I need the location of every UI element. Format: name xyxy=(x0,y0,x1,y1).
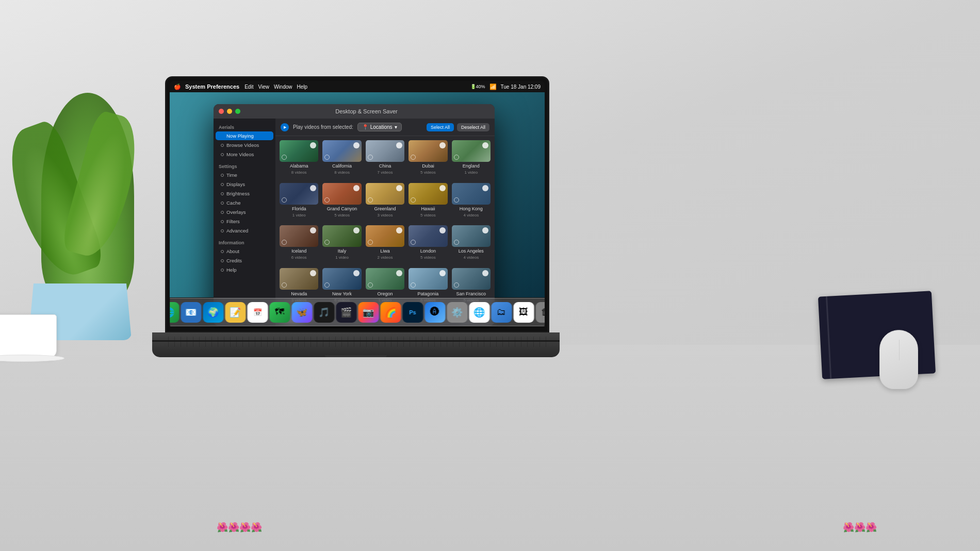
dock-icon-settings[interactable]: ⚙️ xyxy=(447,302,467,323)
sidebar-label-browse: Browse Videos xyxy=(226,142,259,148)
dock-icon-trash[interactable]: 🗑 xyxy=(535,302,545,323)
select-checkbox[interactable] xyxy=(368,155,373,160)
sidebar-item-cache[interactable]: Cache xyxy=(216,198,273,207)
maximize-button[interactable] xyxy=(235,109,240,114)
video-tile-grand-canyon[interactable]: Grand Canyon 5 videos xyxy=(322,183,361,222)
app-name: System Preferences xyxy=(185,84,239,90)
locations-label: Locations xyxy=(370,124,393,130)
dock-icon-chrome[interactable]: 🌐 xyxy=(469,302,489,323)
select-checkbox[interactable] xyxy=(454,155,459,160)
select-checkbox[interactable] xyxy=(368,282,373,288)
video-tile-greenland[interactable]: Greenland 3 videos xyxy=(366,183,404,222)
video-tile-london[interactable]: London 5 videos xyxy=(409,225,447,264)
video-tile-los-angeles[interactable]: Los Angeles 4 videos xyxy=(452,225,491,264)
plant-decoration xyxy=(0,93,165,340)
sidebar-label-now-playing: Now Playing xyxy=(226,133,254,139)
video-tile-florida[interactable]: Florida 1 video xyxy=(280,183,318,222)
video-tile-california[interactable]: California 8 videos xyxy=(322,140,361,179)
select-checkbox[interactable] xyxy=(282,197,287,203)
sidebar-item-displays[interactable]: Displays xyxy=(216,180,273,189)
sidebar-item-brightness[interactable]: Brightness xyxy=(216,189,273,198)
dock-icon-butterfly[interactable]: 🦋 xyxy=(291,302,312,323)
sidebar-item-advanced[interactable]: Advanced xyxy=(216,226,273,235)
dock-icon-ps[interactable]: Ps xyxy=(402,302,423,323)
sidebar-item-credits[interactable]: Credits xyxy=(216,256,273,265)
sidebar-dot xyxy=(221,144,224,147)
edit-menu[interactable]: Edit xyxy=(244,84,253,90)
sidebar-dot xyxy=(221,174,224,177)
select-checkbox[interactable] xyxy=(411,282,416,288)
select-checkbox[interactable] xyxy=(454,197,459,203)
select-checkbox[interactable] xyxy=(368,197,373,203)
select-all-button[interactable]: Select All xyxy=(427,123,454,131)
video-thumb xyxy=(452,183,491,205)
select-checkbox[interactable] xyxy=(454,282,459,288)
video-tile-china[interactable]: China 7 videos xyxy=(366,140,404,179)
sidebar-item-time[interactable]: Time xyxy=(216,171,273,179)
video-tile-hong-kong[interactable]: Hong Kong 4 videos xyxy=(452,183,491,222)
select-checkbox[interactable] xyxy=(324,240,330,245)
dock-icon-preview[interactable]: 🖼 xyxy=(513,302,534,323)
video-count: 5 videos xyxy=(409,170,447,175)
video-thumb xyxy=(452,225,491,247)
sidebar-dot xyxy=(221,250,224,253)
dock-icon-notes[interactable]: 📝 xyxy=(225,302,246,323)
select-checkbox[interactable] xyxy=(411,155,416,160)
dock-icon-aerial[interactable]: 🎬 xyxy=(336,302,356,323)
select-checkbox[interactable] xyxy=(282,282,287,288)
video-tile-iceland[interactable]: Iceland 6 videos xyxy=(280,225,318,264)
video-name: Italy xyxy=(322,248,361,254)
apple-menu-icon[interactable]: 🍎 xyxy=(174,84,181,90)
sidebar-item-now-playing[interactable]: Now Playing xyxy=(216,131,273,140)
video-tile-england[interactable]: England 1 video xyxy=(452,140,491,179)
select-checkbox[interactable] xyxy=(368,240,373,245)
window-menu[interactable]: Window xyxy=(274,84,292,90)
dock-icon-maps2[interactable]: 🗺 xyxy=(269,302,290,323)
dock-icon-finder[interactable]: 🗂 xyxy=(491,302,512,323)
video-tile-hawaii[interactable]: Hawaii 5 videos xyxy=(409,183,447,222)
sidebar-item-more[interactable]: More Videos xyxy=(216,150,273,159)
sidebar-item-filters[interactable]: Filters xyxy=(216,217,273,226)
select-checkbox[interactable] xyxy=(324,197,330,203)
video-tile-alabama[interactable]: Alabama 8 videos xyxy=(280,140,318,179)
sidebar-dot xyxy=(221,135,224,138)
share-icon xyxy=(482,227,488,233)
select-checkbox[interactable] xyxy=(324,282,330,288)
minimize-button[interactable] xyxy=(227,109,232,114)
sidebar-dot xyxy=(221,220,224,223)
video-tile-italy[interactable]: Italy 1 video xyxy=(322,225,361,264)
share-icon xyxy=(482,270,488,276)
select-checkbox[interactable] xyxy=(282,240,287,245)
dock-icon-maps[interactable]: 🌐 xyxy=(170,302,179,323)
close-button[interactable] xyxy=(219,109,224,114)
select-checkbox[interactable] xyxy=(282,155,287,160)
video-tile-liwa[interactable]: Liwa 2 videos xyxy=(366,225,404,264)
video-name: England xyxy=(452,163,491,169)
sidebar-item-browse[interactable]: Browse Videos xyxy=(216,141,273,149)
help-menu[interactable]: Help xyxy=(297,84,308,90)
video-name: Iceland xyxy=(280,248,318,254)
dock-icon-appstore[interactable]: 🅐 xyxy=(424,302,445,323)
play-button[interactable]: ▶ xyxy=(281,123,289,131)
dock-icon-mail[interactable]: 📧 xyxy=(181,302,201,323)
view-menu[interactable]: View xyxy=(258,84,269,90)
select-checkbox[interactable] xyxy=(324,155,330,160)
deselect-all-button[interactable]: Deselect All xyxy=(457,123,489,131)
screensaver-dialog: Desktop & Screen Saver Aerials Now Playi… xyxy=(214,104,495,326)
sidebar-item-help[interactable]: Help xyxy=(216,265,273,274)
select-checkbox[interactable] xyxy=(411,240,416,245)
dock-icon-calendar[interactable]: 📅 xyxy=(247,302,268,323)
sidebar-item-about[interactable]: About xyxy=(216,247,273,256)
select-checkbox[interactable] xyxy=(454,240,459,245)
dock-icon-safari[interactable]: 🌍 xyxy=(203,302,223,323)
dock-icon-photos[interactable]: 🌈 xyxy=(380,302,401,323)
dock-icon-camera[interactable]: 📷 xyxy=(358,302,379,323)
video-name: Dubai xyxy=(409,163,447,169)
select-checkbox[interactable] xyxy=(411,197,416,203)
video-thumb xyxy=(366,140,404,162)
video-tile-dubai[interactable]: Dubai 5 videos xyxy=(409,140,447,179)
sidebar-item-overlays[interactable]: Overlays xyxy=(216,208,273,216)
video-count: 5 videos xyxy=(409,213,447,218)
dock-icon-music[interactable]: 🎵 xyxy=(314,302,334,323)
locations-dropdown[interactable]: 📍 Locations ▾ xyxy=(357,123,402,131)
